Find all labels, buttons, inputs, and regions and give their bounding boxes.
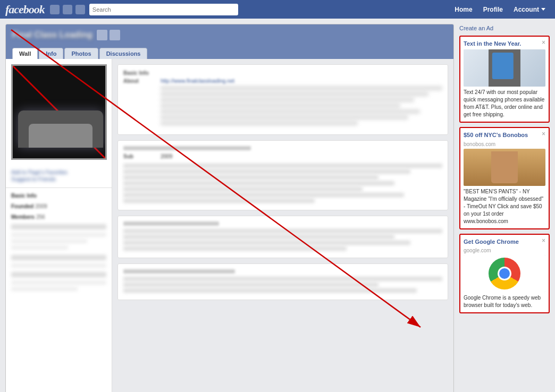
info-block-2: Sub 2009 <box>117 140 448 210</box>
ad-att-close[interactable]: × <box>542 39 545 46</box>
photo-cross-overlay <box>13 66 105 158</box>
profile-icon-2 <box>110 30 120 40</box>
chrome-logo-graphic <box>464 255 545 292</box>
ad-att-title[interactable]: Text in the New Year. <box>464 40 538 47</box>
profile-section: Final Class Loading Wall Info Photos Dis… <box>5 24 454 392</box>
nav-icon-home[interactable] <box>50 5 60 14</box>
logo-area: facebook <box>5 3 45 16</box>
info-block-3 <box>117 216 448 258</box>
profile-link[interactable]: Profile <box>479 4 507 15</box>
info-val-2: 2009 <box>161 154 172 159</box>
info-founded-value: 2009 <box>35 203 47 209</box>
nav-right: Home Profile Account <box>450 4 550 15</box>
info-key-2: Sub <box>123 154 155 159</box>
info-members-label: Members <box>11 214 35 220</box>
about-key: About <box>123 78 155 127</box>
info-basic-label: Basic Info <box>11 193 37 199</box>
ad-chrome: × Get Google Chrome google.com Google Ch… <box>459 234 550 313</box>
ad-bonobos-desc: "BEST MEN'S PANTS" - NY Magazine "I'm of… <box>464 188 545 225</box>
ad-chrome-image <box>464 255 545 292</box>
tab-wall[interactable]: Wall <box>12 48 38 59</box>
tab-photos[interactable]: Photos <box>64 48 98 59</box>
tab-discussions[interactable]: Discussions <box>99 48 148 59</box>
account-link[interactable]: Account <box>509 4 550 15</box>
info-basic: Basic Info <box>11 192 106 199</box>
ad-bonobos: × $50 off NYC's Bonobos bonobos.com "BES… <box>459 127 550 229</box>
chrome-inner-circle <box>498 267 511 280</box>
ad-chrome-desc: Google Chrome is a speedy web browser bu… <box>464 294 545 309</box>
ad-att: × Text in the New Year. Text 24/7 with o… <box>459 36 550 123</box>
profile-icon-1 <box>97 30 107 40</box>
left-column: Add to Page's Favorites Suggest to Frien… <box>6 59 112 392</box>
main-wrapper: Final Class Loading Wall Info Photos Dis… <box>0 19 555 392</box>
about-text <box>161 86 442 125</box>
account-label: Account <box>514 6 539 13</box>
bonobos-pants-graphic <box>464 149 545 186</box>
profile-header: Final Class Loading <box>6 24 453 46</box>
info-key-1: Basic Info <box>123 70 155 76</box>
att-phone-graphic <box>464 49 545 87</box>
top-navigation: facebook Home Profile Account <box>0 0 555 19</box>
about-link[interactable]: http://www.finalclassloading.net <box>161 78 442 84</box>
profile-body: Add to Page's Favorites Suggest to Frien… <box>6 59 453 392</box>
info-row-2: Sub 2009 <box>123 154 442 159</box>
ad-bonobos-title[interactable]: $50 off NYC's Bonobos <box>464 131 538 139</box>
info-members-value: 256 <box>36 214 45 220</box>
ad-chrome-source: google.com <box>464 248 545 253</box>
ad-bonobos-image <box>464 149 545 186</box>
profile-links: Add to Page's Favorites Suggest to Frien… <box>6 165 112 188</box>
ad-chrome-close[interactable]: × <box>542 237 545 244</box>
nav-icon-friends[interactable] <box>63 5 72 14</box>
profile-photo <box>11 64 107 160</box>
chrome-circle <box>489 258 520 289</box>
info-block-1: Basic Info About http://www.finalclasslo… <box>117 64 448 135</box>
ad-att-desc: Text 24/7 with our most popular quick me… <box>464 89 545 118</box>
profile-name: Final Class Loading <box>12 30 93 40</box>
info-members: Members 256 <box>11 214 106 220</box>
left-info: Basic Info Founded 2009 Members 256 <box>6 188 112 297</box>
ad-att-image <box>464 49 545 87</box>
info-founded-label: Founded <box>11 203 33 209</box>
ads-sidebar: Create an Ad × Text in the New Year. Tex… <box>459 24 550 392</box>
info-founded: Founded 2009 <box>11 203 106 209</box>
add-to-favorites-link[interactable]: Add to Page's Favorites <box>11 169 106 175</box>
facebook-logo: facebook <box>5 3 45 16</box>
nav-icons <box>50 5 85 14</box>
ad-bonobos-close[interactable]: × <box>542 130 545 138</box>
nav-icon-messages[interactable] <box>75 5 85 14</box>
ad-bonobos-source: bonobos.com <box>464 141 545 147</box>
info-row-about: About http://www.finalclassloading.net <box>123 78 442 127</box>
suggest-to-friends-link[interactable]: Suggest to Friends <box>11 176 106 182</box>
tab-info[interactable]: Info <box>39 48 63 59</box>
home-link[interactable]: Home <box>450 4 476 15</box>
search-input[interactable] <box>89 4 238 15</box>
info-block-4 <box>117 263 448 300</box>
create-ad-link[interactable]: Create an Ad <box>459 24 550 32</box>
profile-tabs: Wall Info Photos Discussions <box>6 46 453 59</box>
svg-line-0 <box>13 66 105 158</box>
right-column: Basic Info About http://www.finalclasslo… <box>112 59 453 392</box>
profile-name-icons <box>97 30 120 40</box>
info-row-1: Basic Info <box>123 70 442 76</box>
ad-chrome-title[interactable]: Get Google Chrome <box>464 238 538 245</box>
account-dropdown-arrow <box>541 8 545 11</box>
